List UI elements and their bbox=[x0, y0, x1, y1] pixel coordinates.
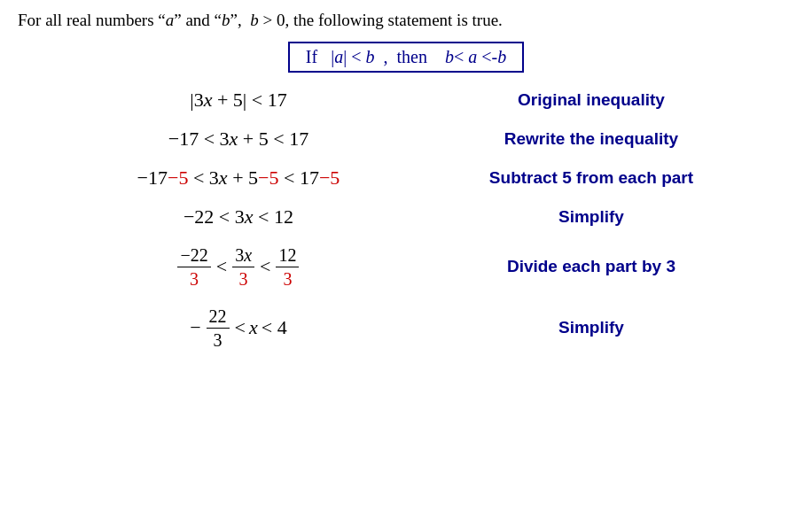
var-b: b bbox=[222, 11, 230, 29]
step3-math: −17−5 < 3x + 5−5 < 17−5 bbox=[53, 166, 424, 190]
step5-row: −22 3 < 3x 3 < 12 3 Divide each part by … bbox=[18, 244, 794, 290]
frac-22-3-final: 22 3 bbox=[207, 306, 230, 351]
step6-desc: Simplify bbox=[424, 318, 759, 337]
frac-neg22-3: −22 3 bbox=[177, 244, 210, 290]
step4-desc: Simplify bbox=[424, 207, 759, 227]
frac-3x-3: 3x 3 bbox=[232, 244, 254, 290]
theorem-text: If |a| < b , then b< a <-b bbox=[306, 47, 506, 66]
step2-row: −17 < 3x + 5 < 17 Rewrite the inequality bbox=[18, 128, 794, 151]
var-a: a bbox=[166, 11, 175, 29]
theorem-box: If |a| < b , then b< a <-b bbox=[288, 42, 524, 73]
step1-row: |3x + 5| < 17 Original inequality bbox=[18, 89, 794, 112]
step4-row: −22 < 3x < 12 Simplify bbox=[18, 205, 794, 228]
step3-desc: Subtract 5 from each part bbox=[424, 168, 759, 188]
step6-row: − 22 3 < x < 4 Simplify bbox=[18, 306, 794, 351]
step4-math: −22 < 3x < 12 bbox=[53, 205, 424, 228]
step2-math: −17 < 3x + 5 < 17 bbox=[53, 128, 424, 151]
step6-math: − 22 3 < x < 4 bbox=[53, 306, 424, 351]
step1-desc: Original inequality bbox=[424, 90, 759, 110]
intro-line: For all real numbers “a” and “b”, b > 0,… bbox=[18, 9, 794, 33]
step2-desc: Rewrite the inequality bbox=[424, 129, 759, 149]
step3-row: −17−5 < 3x + 5−5 < 17−5 Subtract 5 from … bbox=[18, 166, 794, 190]
step5-desc: Divide each part by 3 bbox=[424, 257, 759, 276]
theorem-container: If |a| < b , then b< a <-b bbox=[18, 42, 794, 73]
frac-12-3: 12 3 bbox=[276, 244, 299, 290]
page: For all real numbers “a” and “b”, b > 0,… bbox=[0, 0, 812, 511]
step1-math: |3x + 5| < 17 bbox=[53, 89, 424, 112]
step5-math: −22 3 < 3x 3 < 12 3 bbox=[53, 244, 424, 290]
